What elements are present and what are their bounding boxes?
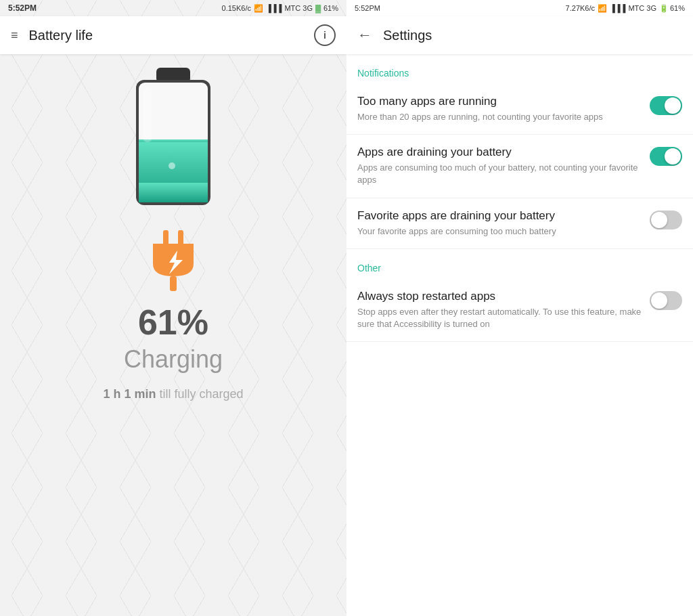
carrier-left: MTC 3G <box>284 4 313 12</box>
setting-too-many-apps-desc: More than 20 apps are running, not count… <box>357 111 642 123</box>
battery-indicator-right: 🔋 61% <box>659 4 685 13</box>
right-status-icons: 7.27K6/c 📶 ▐▐▐ MTC 3G 🔋 61% <box>566 4 685 13</box>
setting-favorite-draining[interactable]: Favorite apps are draining your battery … <box>346 198 693 249</box>
time-remaining-bold: 1 h 1 min <box>103 387 156 401</box>
left-panel: 5:52PM 0.15K6/c 📶 ▐▐▐ MTC 3G ▓ 61% ≡ Bat… <box>0 0 346 616</box>
svg-point-8 <box>169 162 175 169</box>
main-content: 61% Charging 1 h 1 min till fully charge… <box>0 54 346 616</box>
right-time: 5:52PM <box>355 4 380 12</box>
svg-rect-11 <box>170 276 177 291</box>
info-button[interactable]: i <box>314 24 336 46</box>
section-notifications-label: Notifications <box>357 68 409 79</box>
settings-header: ← Settings <box>346 16 693 54</box>
menu-icon[interactable]: ≡ <box>11 28 18 43</box>
charging-status: Charging <box>124 345 223 374</box>
network-speed-right: 7.27K6/c <box>566 4 595 12</box>
toggle-stop-restarted[interactable] <box>650 291 682 310</box>
left-time: 5:52PM <box>8 3 37 13</box>
setting-favorite-draining-title: Favorite apps are draining your battery <box>357 209 642 223</box>
signal-icon-right: ▐▐▐ <box>610 4 625 12</box>
setting-stop-restarted[interactable]: Always stop restarted apps Stop apps eve… <box>346 279 693 342</box>
setting-apps-draining-title: Apps are draining your battery <box>357 146 642 159</box>
battery-percent-left: 61% <box>323 4 338 12</box>
battery-percent-right: 61% <box>670 4 685 12</box>
section-other: Other <box>346 249 693 279</box>
setting-apps-draining[interactable]: Apps are draining your battery Apps are … <box>346 135 693 198</box>
svg-rect-9 <box>163 230 169 245</box>
time-remaining-suffix: till fully charged <box>159 387 243 401</box>
signal-icon: ▐▐▐ <box>266 4 282 12</box>
setting-favorite-draining-text: Favorite apps are draining your battery … <box>357 209 642 238</box>
info-icon: i <box>323 30 326 41</box>
status-bar-right: 5:52PM 7.27K6/c 📶 ▐▐▐ MTC 3G 🔋 61% <box>346 0 693 16</box>
status-bar-left: 5:52PM 0.15K6/c 📶 ▐▐▐ MTC 3G ▓ 61% <box>0 0 346 16</box>
app-title: Battery life <box>29 28 314 43</box>
setting-apps-draining-desc: Apps are consuming too much of your batt… <box>357 162 642 186</box>
wifi-icon-right: 📶 <box>598 4 607 13</box>
carrier-right: MTC 3G <box>628 4 656 12</box>
setting-stop-restarted-title: Always stop restarted apps <box>357 290 642 303</box>
battery-icon-right: 🔋 <box>659 4 669 13</box>
toggle-thumb-favorite-draining <box>651 212 667 228</box>
setting-stop-restarted-text: Always stop restarted apps Stop apps eve… <box>357 290 642 330</box>
setting-too-many-apps-title: Too many apps are running <box>357 95 642 108</box>
right-panel: 5:52PM 7.27K6/c 📶 ▐▐▐ MTC 3G 🔋 61% ← Set… <box>346 0 693 616</box>
battery-svg <box>133 68 214 210</box>
battery-percentage: 61% <box>138 302 208 343</box>
left-status-icons: 0.15K6/c 📶 ▐▐▐ MTC 3G ▓ 61% <box>222 4 338 13</box>
section-notifications: Notifications <box>346 54 693 84</box>
plug-icon <box>146 230 200 291</box>
setting-stop-restarted-desc: Stop apps even after they restart automa… <box>357 306 642 330</box>
setting-apps-draining-text: Apps are draining your battery Apps are … <box>357 146 642 186</box>
toggle-thumb-stop-restarted <box>651 292 667 309</box>
section-other-label: Other <box>357 263 381 273</box>
network-speed-left: 0.15K6/c <box>222 4 251 12</box>
back-button[interactable]: ← <box>357 26 372 44</box>
toggle-favorite-draining[interactable] <box>650 211 682 229</box>
toggle-too-many-apps[interactable] <box>650 96 682 115</box>
toggle-thumb-too-many-apps <box>665 97 681 114</box>
settings-content: Notifications Too many apps are running … <box>346 54 693 616</box>
setting-favorite-draining-desc: Your favorite apps are consuming too muc… <box>357 225 642 238</box>
setting-too-many-apps[interactable]: Too many apps are running More than 20 a… <box>346 84 693 135</box>
battery-illustration <box>133 68 214 210</box>
settings-title: Settings <box>383 28 432 43</box>
top-bar: ≡ Battery life i <box>0 16 346 54</box>
plug-container <box>146 230 200 291</box>
setting-too-many-apps-text: Too many apps are running More than 20 a… <box>357 95 642 123</box>
toggle-thumb-apps-draining <box>665 148 681 164</box>
battery-icon-left: ▓ <box>315 4 321 12</box>
svg-rect-10 <box>178 230 183 245</box>
wifi-icon: 📶 <box>254 4 263 13</box>
svg-rect-7 <box>143 88 152 142</box>
time-remaining: 1 h 1 min till fully charged <box>103 387 243 401</box>
toggle-apps-draining[interactable] <box>650 147 682 166</box>
